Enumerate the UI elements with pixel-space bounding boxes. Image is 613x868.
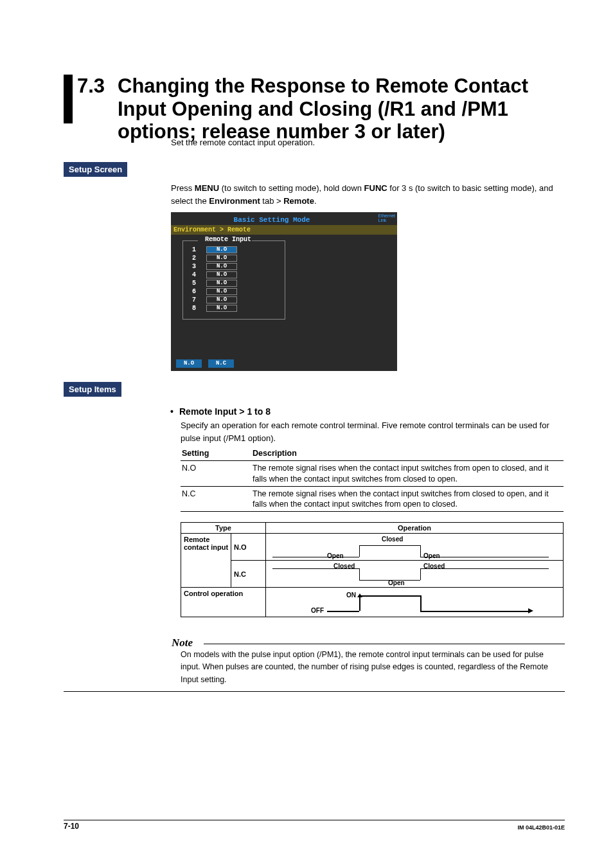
remote-input-group: Remote Input 1N.O 2N.O 3N.O 4N.O 5N.O 6N… bbox=[182, 240, 285, 320]
remote-input-row[interactable]: 6N.O bbox=[183, 287, 285, 296]
cell-no: N.O bbox=[231, 534, 266, 561]
kw-env: Environment bbox=[209, 196, 260, 206]
cell-nc: N.C bbox=[231, 561, 266, 588]
operation-table: Type Operation Remote contact input N.O … bbox=[181, 522, 564, 617]
lbl-open: Open bbox=[423, 552, 440, 559]
softkey-no[interactable]: N.O bbox=[176, 359, 202, 368]
kw-menu: MENU bbox=[195, 183, 219, 193]
cell-rci: Remote contact input bbox=[181, 534, 231, 588]
row-num: 7 bbox=[192, 296, 206, 303]
lbl-on: ON bbox=[346, 592, 356, 599]
row-num: 8 bbox=[192, 305, 206, 312]
setup-description: Specify an operation for each remote con… bbox=[181, 419, 565, 445]
row-num: 6 bbox=[192, 288, 206, 295]
setting-no: N.O bbox=[181, 461, 251, 487]
remote-input-row[interactable]: 3N.O bbox=[183, 262, 285, 271]
eth2: Link bbox=[378, 218, 387, 222]
hdr-type: Type bbox=[181, 523, 266, 534]
lbl-closed: Closed bbox=[382, 536, 403, 543]
ethernet-indicator: Ethernet Link bbox=[378, 213, 395, 222]
arrow-icon bbox=[528, 608, 533, 613]
page-number: 7-10 bbox=[64, 822, 79, 831]
waveform-nc: Closed Closed Open bbox=[266, 561, 564, 588]
lbl-off: OFF bbox=[311, 607, 324, 614]
bullet-heading: Remote Input > 1 to 8 bbox=[172, 406, 271, 417]
soft-key-bar: N.O N.C bbox=[176, 359, 234, 368]
row-num: 2 bbox=[192, 255, 206, 262]
instruction-text: Press MENU (to switch to setting mode), … bbox=[171, 182, 565, 208]
setup-screen-label: Setup Screen bbox=[64, 162, 127, 177]
row-num: 1 bbox=[192, 246, 206, 253]
remote-input-row[interactable]: 4N.O bbox=[183, 271, 285, 279]
col-description: Description bbox=[251, 446, 564, 461]
row-num: 4 bbox=[192, 271, 206, 278]
remote-input-row[interactable]: 1N.O bbox=[183, 246, 285, 254]
breadcrumb: Environment > Remote bbox=[171, 225, 397, 235]
screen-title: Basic Setting Mode bbox=[171, 216, 373, 224]
row-val[interactable]: N.O bbox=[206, 280, 237, 287]
arrow-up-icon bbox=[357, 593, 362, 597]
note-body: On models with the pulse input option (/… bbox=[181, 649, 565, 686]
desc-nc: The remote signal rises when the contact… bbox=[251, 486, 564, 512]
kw-remote: Remote bbox=[283, 196, 314, 206]
footer-rule bbox=[64, 820, 565, 820]
row-num: 5 bbox=[192, 280, 206, 287]
remote-input-row[interactable]: 5N.O bbox=[183, 279, 285, 287]
setup-items-label: Setup Items bbox=[64, 382, 121, 397]
row-val[interactable]: N.O bbox=[206, 255, 237, 262]
settings-table: Setting Description N.O The remote signa… bbox=[181, 446, 564, 512]
t: Press bbox=[171, 183, 195, 193]
doc-id: IM 04L42B01-01E bbox=[517, 824, 565, 831]
remote-input-row[interactable]: 2N.O bbox=[183, 254, 285, 262]
remote-input-row[interactable]: 8N.O bbox=[183, 304, 285, 312]
t: tab > bbox=[260, 196, 284, 206]
row-val[interactable]: N.O bbox=[206, 271, 237, 278]
hdr-operation: Operation bbox=[266, 523, 564, 534]
device-screenshot: Basic Setting Mode Ethernet Link Environ… bbox=[171, 212, 397, 371]
cell-control-op: Control operation bbox=[181, 588, 266, 617]
section-title: Changing the Response to Remote Contact … bbox=[118, 75, 565, 143]
section-marker bbox=[64, 75, 73, 123]
col-setting: Setting bbox=[181, 446, 251, 461]
remote-input-row[interactable]: 7N.O bbox=[183, 296, 285, 304]
row-val[interactable]: N.O bbox=[206, 305, 237, 312]
note-bottom-rule bbox=[64, 691, 565, 692]
lbl-open: Open bbox=[327, 552, 344, 559]
group-title: Remote Input bbox=[202, 236, 254, 243]
row-val[interactable]: N.O bbox=[206, 246, 237, 253]
intro-text: Set the remote contact input operation. bbox=[171, 138, 315, 147]
row-val[interactable]: N.O bbox=[206, 263, 237, 270]
waveform-control: ON OFF bbox=[266, 588, 564, 617]
setting-nc: N.C bbox=[181, 486, 251, 512]
row-val[interactable]: N.O bbox=[206, 296, 237, 303]
row-val[interactable]: N.O bbox=[206, 288, 237, 295]
section-number: 7.3 bbox=[77, 75, 105, 98]
t: (to switch to setting mode), hold down bbox=[219, 183, 364, 193]
row-num: 3 bbox=[192, 263, 206, 270]
softkey-nc[interactable]: N.C bbox=[208, 359, 234, 368]
desc-no: The remote signal rises when the contact… bbox=[251, 461, 564, 487]
kw-func: FUNC bbox=[364, 183, 387, 193]
waveform-no: Closed Open Open bbox=[266, 534, 564, 561]
t: . bbox=[314, 196, 317, 206]
note-heading: Note bbox=[172, 637, 193, 649]
note-rule bbox=[204, 644, 565, 644]
eth1: Ethernet bbox=[378, 213, 395, 218]
